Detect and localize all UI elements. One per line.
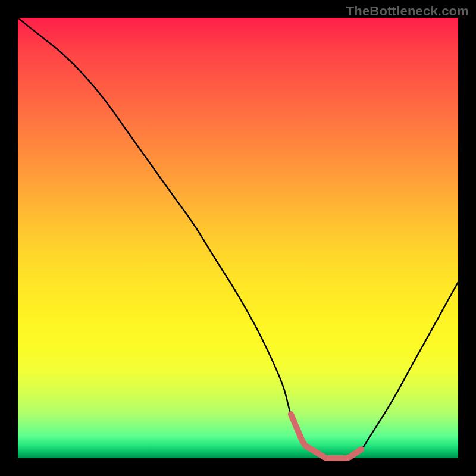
chart-frame: TheBottleneck.com xyxy=(0,0,476,476)
watermark-text: TheBottleneck.com xyxy=(346,4,469,19)
optimal-region-marker xyxy=(291,414,361,458)
curve-svg xyxy=(18,18,458,458)
bottleneck-curve xyxy=(18,18,458,459)
plot-area xyxy=(18,18,458,458)
